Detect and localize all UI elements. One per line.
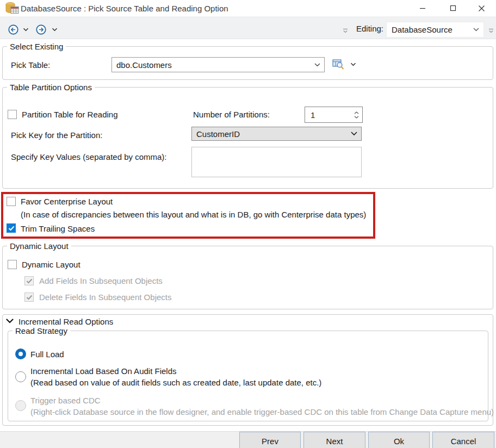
- toolbar-overflow-icon[interactable]: [343, 27, 348, 34]
- check-icon: [26, 278, 33, 284]
- browse-tables-icon[interactable]: [332, 59, 344, 70]
- trim-trailing-spaces-label: Trim Trailing Spaces: [21, 224, 95, 233]
- close-button[interactable]: [469, 0, 494, 16]
- pick-table-combobox[interactable]: dbo.Customers: [111, 57, 325, 72]
- read-strategy-legend: Read Strategy: [13, 326, 70, 336]
- editing-overflow-icon[interactable]: [488, 27, 494, 34]
- favor-centerprise-layout-note: (In case of discrepancies between this l…: [21, 210, 366, 219]
- forward-dropdown-chevron-icon[interactable]: [52, 28, 58, 32]
- editing-label: Editing:: [356, 24, 383, 33]
- database-source-dialog: DatabaseSource : Pick Source Table and R…: [0, 0, 496, 448]
- navigate-back-button[interactable]: [8, 24, 18, 35]
- next-button[interactable]: Next: [303, 432, 365, 448]
- title-bar: DatabaseSource : Pick Source Table and R…: [0, 0, 496, 16]
- full-load-label: Full Load: [30, 350, 64, 359]
- ok-button[interactable]: Ok: [368, 432, 430, 448]
- chevron-down-icon: [351, 132, 357, 136]
- editing-combobox-value: DatabaseSource: [387, 25, 473, 34]
- spin-down-icon[interactable]: [354, 116, 359, 119]
- favor-centerprise-layout-checkbox[interactable]: [7, 197, 16, 206]
- window-title: DatabaseSource : Pick Source Table and R…: [21, 4, 228, 13]
- cancel-button[interactable]: Cancel: [432, 432, 494, 448]
- trim-trailing-spaces-checkbox[interactable]: [7, 223, 16, 233]
- minimize-icon: [419, 5, 426, 11]
- dynamic-layout-legend: Dynamic Layout: [7, 241, 71, 251]
- browse-tables-chevron-icon[interactable]: [350, 63, 356, 66]
- maximize-icon: [450, 5, 456, 11]
- trigger-cdc-label: Trigger based CDC: [30, 396, 101, 405]
- pick-table-label: Pick Table:: [11, 60, 50, 70]
- number-of-partitions-value: 1: [305, 110, 354, 120]
- expander-chevron-icon[interactable]: [6, 319, 14, 323]
- pick-key-combobox[interactable]: CustomerID: [191, 127, 362, 141]
- partition-table-checkbox-label: Partition Table for Reading: [22, 110, 118, 119]
- trigger-cdc-radio: [15, 400, 26, 411]
- number-of-partitions-spinner[interactable]: 1: [305, 107, 363, 123]
- navigate-forward-button[interactable]: [36, 24, 46, 35]
- table-partition-options-legend: Table Partition Options: [7, 82, 95, 92]
- key-values-textbox[interactable]: [191, 147, 362, 177]
- check-icon: [26, 295, 33, 300]
- dynamic-layout-checkbox[interactable]: [8, 260, 17, 269]
- favor-centerprise-layout-label: Favor Centerprise Layout: [21, 197, 113, 206]
- add-fields-checkbox-label: Add Fields In Subsequent Objects: [39, 276, 163, 285]
- incremental-load-radio[interactable]: [15, 371, 26, 382]
- incremental-load-label: Incremental Load Based On Audit Fields: [30, 366, 177, 376]
- maximize-button[interactable]: [441, 0, 466, 16]
- select-existing-legend: Select Existing: [7, 41, 66, 52]
- partition-table-checkbox[interactable]: [8, 110, 17, 119]
- spin-up-icon[interactable]: [354, 111, 359, 114]
- pick-key-value: CustomerID: [192, 129, 351, 139]
- chevron-down-icon: [314, 63, 320, 67]
- editing-combobox[interactable]: DatabaseSource: [386, 22, 484, 38]
- incremental-load-note: (Read based on value of audit fields suc…: [30, 378, 321, 387]
- full-load-radio[interactable]: [15, 349, 26, 359]
- spinner-arrows[interactable]: [354, 111, 359, 119]
- incremental-read-options-header[interactable]: Incremental Read Options: [18, 317, 113, 326]
- pick-key-label: Pick Key for the Partition:: [11, 130, 102, 140]
- add-fields-checkbox: [24, 276, 34, 285]
- trigger-cdc-note: (Right-click Database source in the flow…: [30, 407, 494, 416]
- back-dropdown-chevron-icon[interactable]: [23, 28, 29, 32]
- delete-fields-checkbox-label: Delete Fields In Subsequent Objects: [39, 293, 171, 302]
- prev-button[interactable]: Prev: [239, 432, 301, 448]
- minimize-button[interactable]: [410, 0, 435, 16]
- close-icon: [478, 5, 485, 12]
- pick-table-value: dbo.Customers: [112, 60, 314, 70]
- delete-fields-checkbox: [24, 293, 34, 302]
- chevron-down-icon: [473, 28, 479, 32]
- number-of-partitions-label: Number of Partitions:: [193, 110, 270, 119]
- dynamic-layout-checkbox-label: Dynamic Layout: [22, 260, 80, 269]
- database-table-icon: [5, 2, 19, 15]
- key-values-label: Specify Key Values (separated by comma):: [11, 152, 167, 161]
- check-icon: [8, 226, 15, 231]
